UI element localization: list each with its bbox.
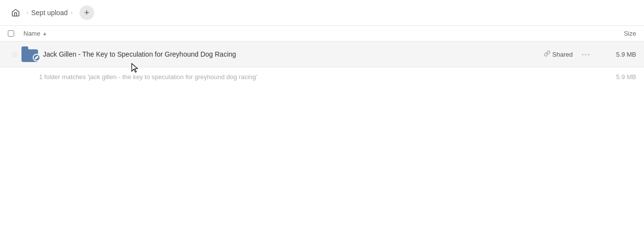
link-icon — [544, 50, 550, 58]
match-info-size: 5.9 MB — [616, 73, 636, 81]
toolbar: › Sept upload › + — [0, 0, 644, 26]
column-headers: Name ▲ Size — [0, 26, 644, 42]
name-column-header[interactable]: Name ▲ — [23, 30, 587, 37]
file-name: Jack Gillen - The Key to Speculation for… — [43, 50, 544, 58]
star-icon[interactable]: ☆ — [11, 50, 18, 59]
add-button[interactable]: + — [80, 5, 94, 20]
breadcrumb-separator-1: › — [26, 9, 28, 16]
more-options-button[interactable]: ··· — [579, 48, 593, 61]
home-button[interactable] — [8, 5, 23, 21]
select-all-input[interactable] — [8, 30, 14, 37]
star-col: ☆ — [8, 50, 21, 59]
breadcrumb-separator-2: › — [71, 9, 73, 16]
link-badge-icon — [33, 54, 40, 62]
folder-icon — [21, 46, 39, 62]
shared-label: Shared — [552, 51, 573, 58]
size-column-header: Size — [587, 30, 636, 37]
match-info-text: 1 folder matches 'jack gillen - the key … — [39, 73, 257, 81]
match-info-row: 1 folder matches 'jack gillen - the key … — [0, 67, 644, 86]
file-row[interactable]: ☆ Jack Gillen - The Key to Speculation f… — [0, 42, 644, 67]
file-size: 5.9 MB — [597, 51, 636, 58]
breadcrumb-folder[interactable]: Sept upload — [31, 9, 68, 17]
select-all-checkbox[interactable] — [8, 30, 23, 37]
sort-arrow-icon: ▲ — [42, 31, 47, 36]
shared-badge: Shared — [544, 50, 573, 58]
